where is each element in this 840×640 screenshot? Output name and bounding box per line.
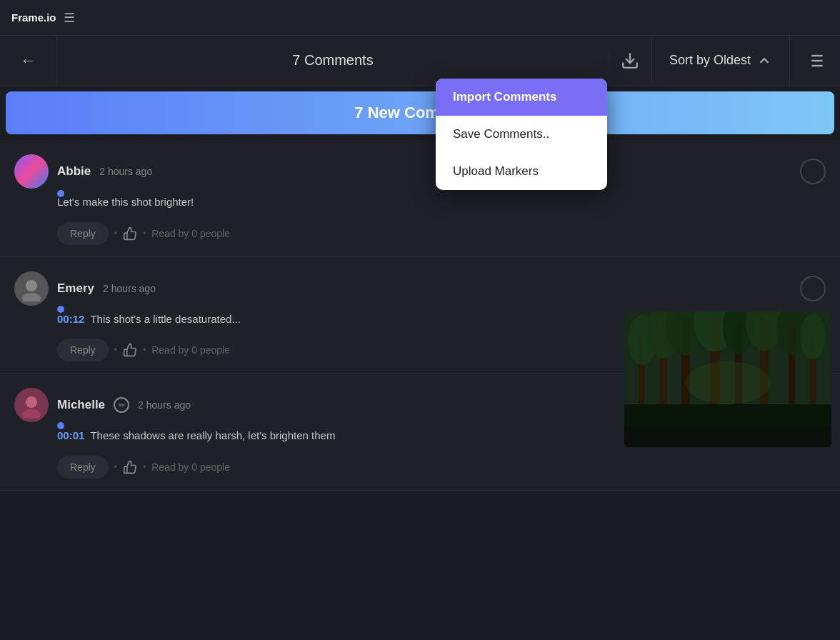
dot-separator: • — [143, 229, 146, 239]
comment-actions: Reply • • Read by 0 people — [57, 456, 826, 490]
read-by-text: Read by 0 people — [151, 344, 230, 356]
svg-point-29 — [685, 361, 771, 404]
svg-point-10 — [22, 409, 41, 418]
comment-text: Let's make this shot brighter! — [57, 194, 826, 211]
dot-separator: • — [114, 229, 117, 239]
comment-actions: Reply • • Read by 0 people — [57, 222, 826, 256]
thumbnail-image — [624, 311, 831, 447]
reply-button[interactable]: Reply — [57, 222, 109, 245]
dropdown-item-upload[interactable]: Upload Markers — [436, 153, 607, 190]
unread-dot — [57, 422, 64, 429]
comment-thumbnail — [624, 311, 831, 447]
sort-button[interactable]: Sort by Oldest — [652, 36, 790, 85]
new-comments-banner[interactable]: 7 New Comments — [6, 91, 834, 134]
unread-dot — [57, 190, 64, 197]
download-button[interactable] — [609, 36, 652, 85]
filter-button[interactable] — [790, 36, 840, 85]
comment-body: Let's make this shot brighter! — [57, 194, 826, 211]
comment-item: Abbie 2 hours ago Let's make this shot b… — [0, 140, 840, 257]
comment-author: Emery — [57, 281, 94, 296]
comment-item: Michelle ✏ 2 hours ago 00:01These shadow… — [0, 374, 840, 491]
comment-time: 2 hours ago — [103, 283, 156, 294]
avatar — [14, 388, 49, 422]
back-button[interactable]: ← — [0, 36, 57, 85]
edit-icon: ✏ — [114, 397, 129, 413]
comments-list: Abbie 2 hours ago Let's make this shot b… — [0, 140, 840, 640]
dot-separator: • — [114, 345, 117, 355]
sort-label: Sort by Oldest — [669, 53, 751, 68]
comment-header: Abbie 2 hours ago — [14, 154, 826, 189]
like-button[interactable] — [123, 460, 137, 474]
svg-rect-30 — [624, 426, 831, 447]
comment-header: Emery 2 hours ago — [14, 271, 826, 306]
comment-author: Michelle — [57, 398, 105, 412]
dot-separator: • — [143, 462, 146, 472]
comment-timecode: 00:01 — [57, 429, 84, 441]
reply-button[interactable]: Reply — [57, 456, 109, 479]
resolve-button[interactable] — [800, 159, 826, 184]
avatar — [14, 271, 49, 306]
comment-timecode: 00:12 — [57, 313, 84, 325]
avatar — [14, 154, 49, 189]
app-logo: Frame.io — [11, 11, 56, 24]
menu-icon[interactable]: ☰ — [64, 10, 75, 26]
svg-point-9 — [26, 396, 37, 408]
top-bar: Frame.io ☰ — [0, 0, 840, 36]
comment-meta: Abbie 2 hours ago — [57, 164, 791, 179]
resolve-button[interactable] — [800, 276, 826, 301]
like-button[interactable] — [123, 343, 137, 357]
svg-point-7 — [26, 280, 37, 291]
svg-point-8 — [22, 293, 41, 301]
comment-author: Abbie — [57, 164, 91, 179]
reply-button[interactable]: Reply — [57, 339, 109, 361]
svg-point-27 — [800, 314, 826, 359]
dropdown-item-save[interactable]: Save Comments.. — [436, 116, 607, 153]
dropdown-menu: Import Comments Save Comments.. Upload M… — [436, 79, 607, 190]
comment-time: 2 hours ago — [99, 166, 152, 177]
dropdown-item-import[interactable]: Import Comments — [436, 79, 607, 116]
read-by-text: Read by 0 people — [151, 228, 230, 239]
header-bar: ← 7 Comments Sort by Oldest Import Comme… — [0, 36, 840, 86]
read-by-text: Read by 0 people — [151, 461, 230, 473]
comment-time: 2 hours ago — [138, 399, 191, 411]
dot-separator: • — [114, 462, 117, 472]
unread-dot — [57, 306, 64, 313]
comment-meta: Emery 2 hours ago — [57, 281, 791, 296]
dot-separator: • — [143, 345, 146, 355]
like-button[interactable] — [123, 226, 137, 241]
comments-count: 7 Comments — [57, 52, 609, 69]
